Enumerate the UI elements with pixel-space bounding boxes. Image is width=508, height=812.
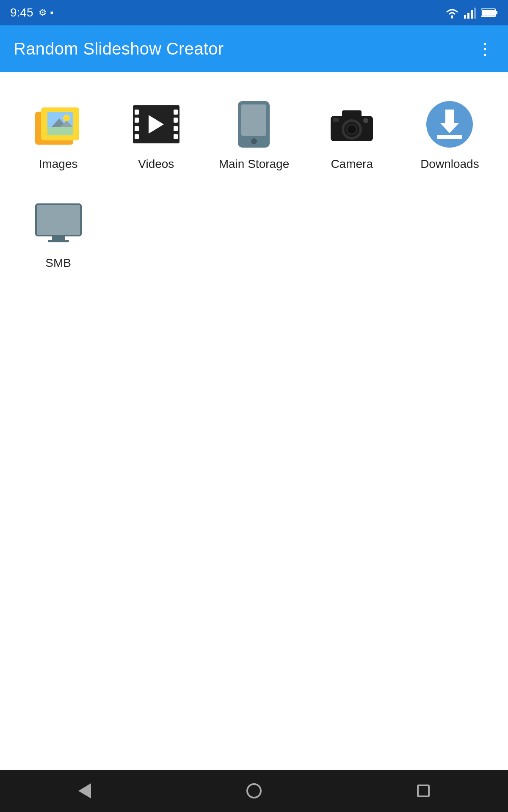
monitor-stand (52, 236, 65, 240)
downloads-icon (426, 101, 473, 148)
main-content: Images (0, 72, 508, 770)
smb-label: SMB (45, 256, 71, 270)
svg-rect-2 (471, 10, 473, 19)
svg-rect-19 (333, 118, 339, 122)
perf-hole (174, 126, 178, 131)
downloads-item[interactable]: Downloads (405, 89, 494, 179)
videos-icon-wrapper (131, 99, 182, 150)
home-button[interactable] (241, 778, 267, 804)
back-icon (78, 783, 91, 798)
videos-icon (133, 105, 179, 143)
camera-item[interactable]: Camera (307, 89, 397, 179)
svg-rect-13 (342, 110, 362, 119)
back-button[interactable] (72, 778, 97, 804)
more-options-button[interactable]: ⋮ (477, 40, 494, 57)
app-title: Random Slideshow Creator (14, 39, 224, 58)
photo-front (41, 107, 79, 140)
svg-rect-6 (482, 10, 495, 16)
downloads-label: Downloads (420, 157, 479, 171)
perf-hole (174, 118, 178, 123)
arrow-base (437, 135, 462, 139)
monitor-screen-inner (37, 205, 80, 235)
svg-rect-3 (474, 8, 476, 19)
photo-svg (47, 112, 73, 135)
settings-icon: ⚙ (39, 7, 47, 18)
smb-icon-wrapper (33, 198, 84, 249)
svg-rect-5 (496, 11, 497, 14)
camera-label: Camera (331, 157, 373, 171)
svg-point-18 (363, 118, 368, 123)
svg-rect-8 (47, 127, 73, 135)
status-right (444, 7, 498, 19)
recent-icon (417, 785, 430, 797)
svg-rect-1 (467, 13, 469, 19)
app-bar: Random Slideshow Creator ⋮ (0, 25, 508, 72)
monitor-base (48, 240, 69, 242)
main-storage-label: Main Storage (219, 157, 290, 171)
status-system-icons: ⚙ ▪ (39, 7, 54, 18)
arrow-head (440, 123, 459, 133)
svg-point-17 (348, 125, 356, 134)
recent-button[interactable] (411, 778, 436, 804)
wifi-icon (444, 7, 460, 19)
perforations-right (172, 105, 179, 143)
nav-bar (0, 770, 508, 812)
images-label: Images (39, 157, 78, 171)
perf-hole (135, 126, 139, 131)
perf-hole (135, 110, 139, 115)
phone-button (251, 138, 257, 144)
status-time: 9:45 (10, 6, 33, 19)
download-arrow (437, 110, 462, 139)
status-left: 9:45 ⚙ ▪ (10, 6, 53, 19)
monitor-screen (35, 203, 82, 236)
images-icon-wrapper (33, 99, 84, 150)
images-icon (35, 104, 82, 145)
smb-item[interactable]: SMB (14, 188, 103, 278)
main-storage-icon-wrapper (229, 99, 279, 150)
videos-item[interactable]: Videos (111, 89, 201, 179)
main-storage-icon (238, 101, 270, 148)
home-icon (246, 783, 262, 798)
perf-hole (174, 134, 178, 139)
perf-hole (174, 110, 178, 115)
svg-point-9 (63, 115, 70, 121)
signal-icon (464, 7, 477, 19)
downloads-icon-wrapper (424, 99, 475, 150)
svg-rect-0 (464, 15, 466, 19)
camera-icon-wrapper (326, 99, 377, 150)
camera-icon (329, 105, 375, 143)
smb-icon (35, 203, 82, 244)
battery-icon (481, 8, 498, 17)
phone-screen (241, 104, 266, 136)
play-icon (149, 115, 164, 134)
perf-hole (135, 134, 139, 139)
arrow-body (445, 110, 454, 123)
main-storage-item[interactable]: Main Storage (209, 89, 298, 179)
sim-icon: ▪ (50, 7, 54, 18)
videos-label: Videos (138, 157, 174, 171)
perf-hole (135, 118, 139, 123)
status-bar: 9:45 ⚙ ▪ (0, 0, 508, 25)
perforations-left (133, 105, 141, 143)
images-item[interactable]: Images (14, 89, 103, 179)
source-grid: Images (14, 89, 494, 278)
